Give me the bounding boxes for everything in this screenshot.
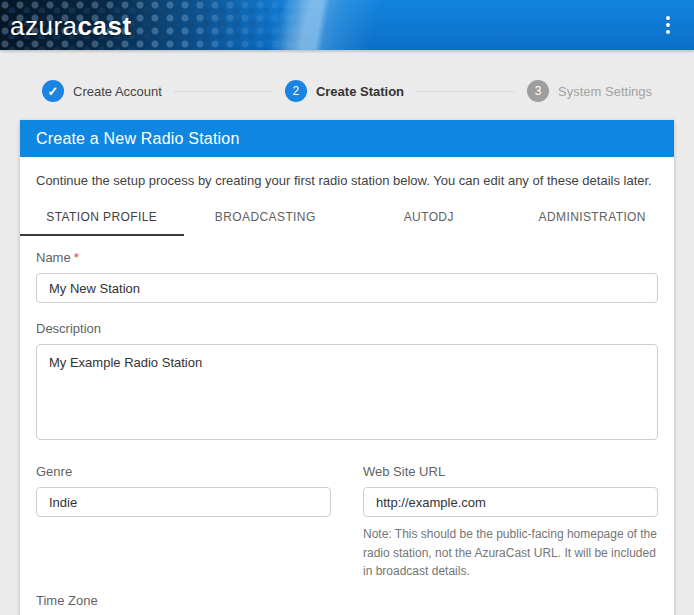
website-note: Note: This should be the public-facing h…	[363, 525, 658, 581]
step-label: Create Station	[316, 84, 404, 99]
timezone-label: Time Zone	[36, 593, 658, 608]
name-field-group: Name*	[36, 250, 658, 303]
stepper-connector	[416, 91, 515, 92]
tab-station-profile[interactable]: STATION PROFILE	[20, 200, 184, 236]
card-title: Create a New Radio Station	[20, 120, 674, 157]
website-input[interactable]	[363, 487, 658, 517]
kebab-menu-icon[interactable]	[657, 14, 679, 36]
tab-broadcasting[interactable]: BROADCASTING	[184, 200, 348, 236]
genre-website-row: Genre Web Site URL Note: This should be …	[36, 464, 658, 581]
genre-field-group: Genre	[36, 464, 331, 581]
description-textarea[interactable]: My Example Radio Station	[36, 344, 658, 440]
step-label: Create Account	[73, 84, 162, 99]
stepper-step-create-account: ✓ Create Account	[42, 80, 162, 102]
step-label: System Settings	[558, 84, 652, 99]
description-field-group: Description My Example Radio Station	[36, 321, 658, 444]
stepper-connector	[174, 91, 273, 92]
station-tabs: STATION PROFILE BROADCASTING AUTODJ ADMI…	[20, 200, 674, 236]
genre-input[interactable]	[36, 487, 331, 517]
app-header: azuracast	[0, 0, 694, 50]
check-icon: ✓	[42, 80, 64, 102]
genre-label: Genre	[36, 464, 331, 479]
stepper-step-create-station: 2 Create Station	[285, 80, 404, 102]
station-profile-form: Name* Description My Example Radio Stati…	[20, 236, 674, 615]
tab-autodj[interactable]: AUTODJ	[347, 200, 511, 236]
logo-text-cast: cast	[78, 11, 132, 41]
step-number-badge: 3	[527, 80, 549, 102]
name-label: Name*	[36, 250, 658, 265]
app-logo[interactable]: azuracast	[10, 11, 132, 42]
description-label: Description	[36, 321, 658, 336]
step-number-badge: 2	[285, 80, 307, 102]
logo-text-azura: azura	[10, 11, 78, 41]
create-station-card: Create a New Radio Station Continue the …	[20, 120, 674, 615]
website-field-group: Web Site URL Note: This should be the pu…	[363, 464, 658, 581]
name-input[interactable]	[36, 273, 658, 303]
setup-stepper: ✓ Create Account 2 Create Station 3 Syst…	[20, 50, 674, 120]
tab-administration[interactable]: ADMINISTRATION	[511, 200, 675, 236]
website-label: Web Site URL	[363, 464, 658, 479]
required-asterisk: *	[74, 250, 79, 265]
card-intro-text: Continue the setup process by creating y…	[20, 157, 674, 188]
timezone-field-group: Time Zone New York (UTC-4) Scheduled pla…	[36, 593, 658, 615]
stepper-step-system-settings: 3 System Settings	[527, 80, 652, 102]
